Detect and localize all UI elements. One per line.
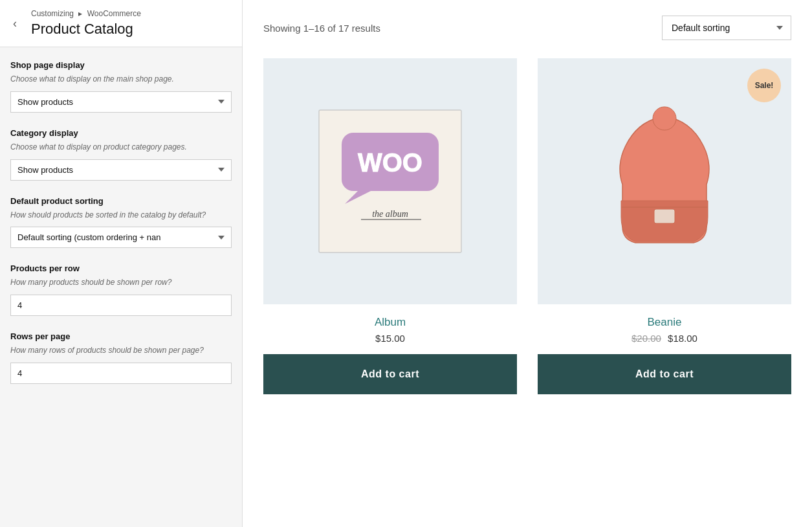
svg-point-6 <box>653 107 676 130</box>
category-display-desc: Choose what to display on product catego… <box>10 142 232 153</box>
sale-price-beanie: $18.00 <box>668 333 697 344</box>
catalog-header: Showing 1–16 of 17 results Default sorti… <box>263 16 791 40</box>
rows-per-page-section: Rows per page How many rows of products … <box>10 331 232 384</box>
default-sorting-select[interactable]: Default sorting (custom ordering + nan P… <box>10 227 232 248</box>
add-to-cart-album[interactable]: Add to cart <box>263 354 517 394</box>
default-sorting-title: Default product sorting <box>10 196 232 206</box>
products-per-row-title: Products per row <box>10 264 232 273</box>
breadcrumb-part2: WooCommerce <box>87 9 141 18</box>
panel-body: Shop page display Choose what to display… <box>0 47 242 397</box>
product-catalog-panel: Showing 1–16 of 17 results Default sorti… <box>243 0 812 527</box>
breadcrumb: Customizing ▸ WooCommerce <box>31 9 232 18</box>
product-card-beanie: Sale! Beanie $20.00 $18.00 <box>538 58 791 394</box>
results-count: Showing 1–16 of 17 results <box>263 23 380 34</box>
add-to-cart-beanie[interactable]: Add to cart <box>538 354 791 394</box>
rows-per-page-title: Rows per page <box>10 331 232 341</box>
products-per-row-section: Products per row How many products shoul… <box>10 264 232 316</box>
rows-per-page-desc: How many rows of products should be show… <box>10 345 232 356</box>
panel-header: ‹ Customizing ▸ WooCommerce Product Cata… <box>0 0 242 47</box>
product-price-beanie: $20.00 $18.00 <box>631 333 697 344</box>
category-display-section: Category display Choose what to display … <box>10 128 232 181</box>
category-display-title: Category display <box>10 128 232 138</box>
products-per-row-desc: How many products should be shown per ro… <box>10 277 232 288</box>
beanie-illustration <box>603 100 726 262</box>
product-name-beanie: Beanie <box>648 316 682 329</box>
product-card-album: WOO the album Album $15.00 Add to cart <box>263 58 517 394</box>
original-price-beanie: $20.00 <box>631 333 661 344</box>
shop-display-select[interactable]: Show products Show categories Show categ… <box>10 91 232 113</box>
back-button[interactable]: ‹ <box>8 14 22 33</box>
svg-rect-7 <box>654 209 675 223</box>
shop-display-title: Shop page display <box>10 60 232 70</box>
svg-text:WOO: WOO <box>358 148 422 177</box>
rows-per-page-input[interactable] <box>10 363 232 384</box>
default-sorting-desc: How should products be sorted in the cat… <box>10 210 232 221</box>
category-display-select[interactable]: Show products Show categories Show categ… <box>10 159 232 181</box>
product-image-beanie: Sale! <box>538 58 791 304</box>
sort-select[interactable]: Default sorting Popularity Average ratin… <box>662 16 791 40</box>
back-icon: ‹ <box>13 17 17 30</box>
product-name-album: Album <box>375 316 406 329</box>
svg-text:the   album: the album <box>372 209 408 219</box>
shop-display-section: Shop page display Choose what to display… <box>10 60 232 113</box>
shop-display-desc: Choose what to display on the main shop … <box>10 74 232 85</box>
breadcrumb-separator: ▸ <box>78 9 82 18</box>
products-grid: WOO the album Album $15.00 Add to cart S… <box>263 58 791 394</box>
album-illustration: WOO the album <box>306 97 474 265</box>
default-sorting-section: Default product sorting How should produ… <box>10 196 232 249</box>
products-per-row-input[interactable] <box>10 295 232 316</box>
product-price-album: $15.00 <box>375 333 405 344</box>
sale-badge: Sale! <box>747 69 781 102</box>
panel-title: Product Catalog <box>31 21 232 38</box>
customizer-panel: ‹ Customizing ▸ WooCommerce Product Cata… <box>0 0 243 527</box>
product-image-album: WOO the album <box>263 58 517 304</box>
breadcrumb-part1: Customizing <box>31 9 74 18</box>
